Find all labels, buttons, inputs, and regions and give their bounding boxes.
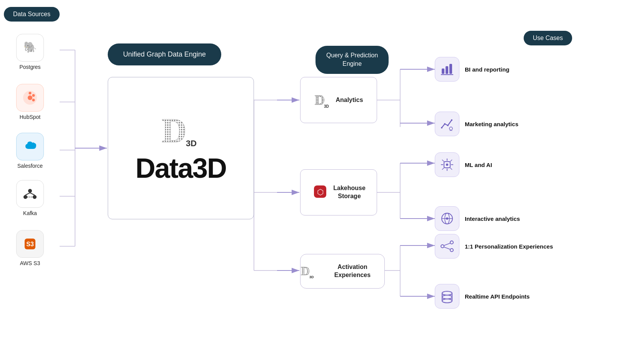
awss3-icon: S3 [16, 230, 44, 258]
svg-line-80 [450, 168, 452, 170]
source-awss3: S3 AWS S3 [16, 230, 44, 266]
svg-line-42 [30, 193, 35, 195]
svg-point-34 [32, 99, 35, 102]
personalization-label: 1:1 Personalization Experiences [465, 243, 553, 250]
svg-point-85 [441, 245, 444, 248]
data-sources-badge: Data Sources [4, 7, 60, 22]
marketing-icon-box [435, 112, 459, 136]
lakehouse-icon: ⬡ [312, 183, 329, 202]
svg-point-66 [447, 125, 449, 126]
analytics-logo: D D 3D [314, 91, 331, 109]
svg-point-32 [29, 92, 32, 95]
use-cases-badge: Use Cases [524, 31, 572, 45]
svg-text:D: D [301, 264, 310, 278]
svg-point-33 [32, 94, 35, 97]
svg-rect-61 [446, 66, 448, 74]
svg-point-87 [450, 249, 453, 252]
svg-text:3D: 3D [186, 139, 197, 147]
use-case-personalization: 1:1 Personalization Experiences [435, 234, 553, 259]
awss3-label: AWS S3 [20, 260, 40, 266]
ml-icon-box [435, 152, 459, 177]
hubspot-icon [16, 84, 44, 112]
marketing-label: Marketing analytics [465, 121, 518, 127]
api-icon-box [435, 284, 459, 309]
use-case-bi: BI and reporting [435, 57, 509, 82]
interactive-label: Interactive analytics [465, 215, 520, 222]
activation-box: D D 3D Activation Experiences [300, 254, 385, 289]
kafka-icon [16, 180, 44, 208]
svg-point-72 [446, 164, 448, 166]
svg-line-79 [442, 168, 444, 170]
svg-point-84 [446, 217, 448, 220]
svg-point-92 [442, 295, 452, 299]
kafka-label: Kafka [23, 210, 37, 216]
source-kafka: Kafka [16, 180, 44, 216]
salesforce-icon [16, 133, 44, 160]
lakehouse-label: LakehouseStorage [333, 184, 366, 200]
svg-text:3D: 3D [309, 275, 314, 278]
svg-text:D: D [162, 112, 187, 147]
svg-text:🐘: 🐘 [23, 41, 37, 53]
svg-text:S3: S3 [26, 241, 34, 247]
svg-point-91 [442, 291, 452, 295]
source-postgres: 🐘 Postgres [16, 34, 44, 70]
personalization-icon-box [435, 234, 459, 259]
bi-label: BI and reporting [465, 66, 509, 73]
source-hubspot: HubSpot [16, 84, 44, 120]
svg-line-78 [450, 160, 452, 162]
data3d-logo-icon: D D 3D [160, 112, 202, 147]
data3d-text: Data3D [135, 152, 226, 184]
bi-icon-box [435, 57, 459, 82]
svg-rect-60 [442, 68, 444, 74]
svg-line-41 [25, 193, 30, 195]
hubspot-label: HubSpot [20, 114, 40, 120]
svg-point-38 [28, 189, 32, 193]
diagram-container: Data Sources Use Cases Unified Graph Dat… [0, 0, 626, 364]
ugde-badge: Unified Graph Data Engine [108, 43, 221, 65]
svg-point-67 [451, 119, 452, 121]
svg-point-86 [450, 241, 453, 244]
analytics-box: D D 3D Analytics [300, 77, 377, 123]
svg-line-77 [442, 160, 444, 162]
activation-label: Activation Experiences [321, 263, 384, 279]
source-salesforce: Salesforce [16, 133, 44, 169]
svg-point-64 [441, 127, 442, 129]
salesforce-label: Salesforce [17, 163, 43, 169]
svg-point-93 [442, 299, 452, 303]
svg-line-89 [444, 247, 450, 249]
postgres-icon: 🐘 [16, 34, 44, 62]
ml-label: ML and AI [465, 162, 492, 168]
svg-text:D: D [315, 92, 325, 108]
svg-rect-62 [449, 64, 452, 74]
svg-line-88 [444, 243, 450, 245]
interactive-icon-box [435, 206, 459, 231]
use-case-marketing: Marketing analytics [435, 112, 518, 136]
api-label: Realtime API Endpoints [465, 293, 530, 300]
svg-point-65 [444, 123, 446, 125]
svg-point-68 [449, 127, 452, 130]
postgres-label: Postgres [19, 64, 40, 70]
qpe-badge: Query & PredictionEngine [316, 46, 389, 74]
svg-text:3D: 3D [324, 104, 329, 108]
activation-logo: D D 3D [300, 263, 316, 280]
svg-text:⬡: ⬡ [317, 188, 324, 196]
use-case-interactive: Interactive analytics [435, 206, 520, 231]
use-case-api: Realtime API Endpoints [435, 284, 530, 309]
data3d-box: D D 3D Data3D [108, 77, 254, 219]
use-case-ml: ML and AI [435, 152, 492, 177]
lakehouse-box: ⬡ LakehouseStorage [300, 169, 377, 215]
analytics-label: Analytics [336, 96, 363, 104]
